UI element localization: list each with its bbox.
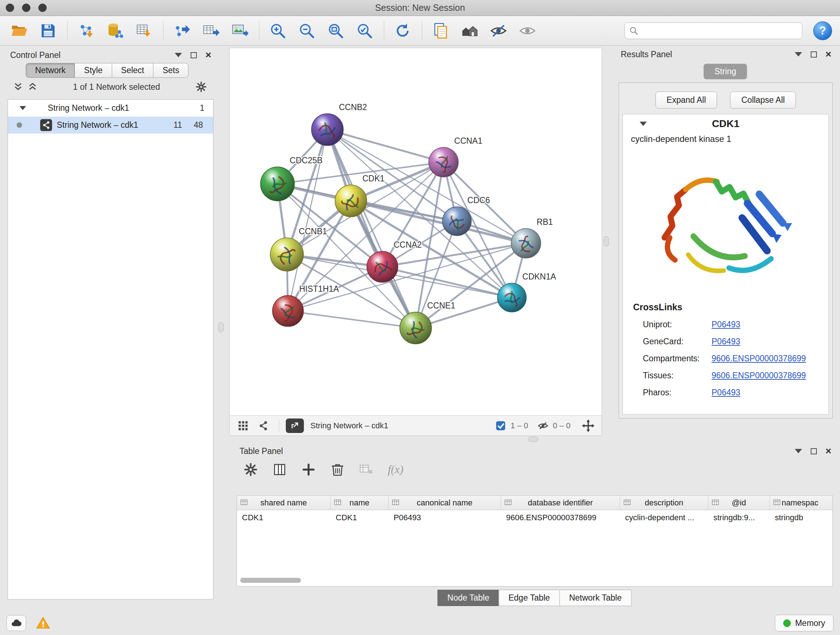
collapse-gene-icon[interactable] [639,122,647,126]
network-node-ccnb1[interactable]: CCNB1 [270,226,327,271]
fit-network-button[interactable] [580,417,597,434]
panel-splitter-handle[interactable] [603,236,609,246]
delete-table-button[interactable] [359,462,374,477]
show-all-button[interactable] [516,19,538,42]
float-panel-icon[interactable] [811,448,817,454]
panel-menu-icon[interactable] [795,449,802,453]
cell-name[interactable]: CDK1 [331,513,388,523]
collapse-all-networks-button[interactable] [11,80,25,94]
zoom-out-button[interactable] [295,19,318,42]
string-results-box: Expand All Collapse All CDK1 cyclin-depe… [619,82,833,418]
network-edge[interactable] [288,311,416,328]
network-node-ccne1[interactable]: CCNE1 [400,301,455,344]
document-copy-icon [432,22,449,40]
network-share-button[interactable] [255,417,272,434]
gene-card-header[interactable]: CDK1 [623,114,829,133]
network-edge[interactable] [327,130,416,328]
float-panel-icon[interactable] [811,51,817,57]
show-columns-button[interactable] [272,462,287,477]
expand-all-networks-button[interactable] [25,80,40,94]
network-options-button[interactable] [193,79,209,95]
collapse-all-button[interactable]: Collapse All [730,92,796,109]
table-settings-button[interactable] [243,462,258,477]
cell-id[interactable]: stringdb:9... [708,513,770,523]
network-node-rb1[interactable]: RB1 [511,217,553,258]
zoom-in-button[interactable] [267,19,289,42]
search-input[interactable] [641,26,798,36]
hidden-eye-icon [538,420,548,431]
tab-sets[interactable]: Sets [153,63,188,78]
panel-menu-icon[interactable] [795,52,802,57]
network-node-ccna1[interactable]: CCNA1 [429,136,482,177]
tab-string[interactable]: String [704,64,747,79]
column-header-database-identifier[interactable]: database identifier [501,496,620,510]
network-canvas[interactable]: CCNB2CCNA1CDC25BCDK1CDC6RB1CCNB1CCNA2CDK… [230,48,602,415]
column-header-id[interactable]: @id [708,496,770,510]
column-header-shared-name[interactable]: shared name [237,496,331,510]
tab-network-table[interactable]: Network Table [559,590,631,606]
save-session-button[interactable] [37,19,59,42]
import-network-from-file-button[interactable] [75,19,97,42]
zoom-selected-button[interactable] [354,19,376,42]
network-row[interactable]: String Network – cdk1 11 48 [8,117,213,134]
crosslink-genecard-link[interactable]: P06493 [712,337,740,347]
control-panel-header: Control Panel × [5,49,215,62]
collection-expand-icon[interactable] [19,106,26,110]
export-network-button[interactable] [171,19,193,42]
network-node-cdk1[interactable]: CDK1 [335,174,385,217]
tab-style[interactable]: Style [75,63,112,78]
export-table-button[interactable] [200,19,222,42]
cloud-status-button[interactable] [6,615,26,631]
float-panel-icon[interactable] [191,52,197,58]
function-builder-button[interactable]: f(x) [388,463,403,476]
cell-canonical-name[interactable]: P06493 [388,513,501,523]
cell-shared-name[interactable]: CDK1 [237,513,331,523]
close-panel-icon[interactable]: × [205,50,211,60]
panel-splitter-handle[interactable] [528,437,538,442]
hide-selected-button[interactable] [487,19,510,42]
home-button[interactable] [458,19,481,42]
cell-description[interactable]: cyclin-dependent ... [620,513,708,523]
help-button[interactable]: ? [813,21,832,40]
tab-select[interactable]: Select [112,63,154,78]
close-panel-icon[interactable]: × [826,446,831,456]
column-header-description[interactable]: description [620,496,708,510]
search-box[interactable] [624,22,802,39]
crosslink-tissues-link[interactable]: 9606.ENSP00000378699 [712,371,806,380]
refresh-button[interactable] [392,19,414,42]
network-node-cdkn1a[interactable]: CDKN1A [497,272,556,312]
create-column-button[interactable] [301,462,316,477]
grid-view-button[interactable] [235,417,251,434]
cell-namespace[interactable]: stringdb [770,513,830,523]
crosslink-compartments-link[interactable]: 9606.ENSP00000378699 [712,354,806,363]
table-tabs: Node Table Edge Table Network Table [438,590,632,606]
column-header-canonical-name[interactable]: canonical name [388,496,501,510]
control-panel-title: Control Panel [10,50,60,60]
network-collection-row[interactable]: String Network – cdk1 1 [8,100,213,117]
open-session-button[interactable] [8,19,30,42]
tab-edge-table[interactable]: Edge Table [499,590,560,606]
column-header-name[interactable]: name [331,496,388,510]
import-network-from-database-button[interactable] [104,19,126,42]
crosslink-uniprot-link[interactable]: P06493 [712,320,740,329]
memory-button[interactable]: Memory [775,615,834,631]
crosslink-pharos-link[interactable]: P06493 [712,388,740,397]
cell-database-identifier[interactable]: 9606.ENSP00000378699 [501,513,620,523]
open-in-new-window-button[interactable] [286,418,304,433]
network-canvas-svg[interactable]: CCNB2CCNA1CDC25BCDK1CDC6RB1CCNB1CCNA2CDK… [230,48,602,415]
tab-node-table[interactable]: Node Table [438,590,499,606]
snapshot-button[interactable] [429,19,452,42]
table-row[interactable]: CDK1 CDK1 P06493 9606.ENSP00000378699 cy… [237,510,832,525]
expand-all-button[interactable]: Expand All [655,92,717,109]
panel-splitter-handle[interactable] [218,322,224,333]
column-header-namespace[interactable]: namespac [770,496,830,510]
import-table-button[interactable] [133,19,155,42]
warnings-button[interactable] [35,616,51,631]
tab-network[interactable]: Network [26,63,75,78]
horizontal-scrollbar[interactable] [240,578,301,583]
panel-menu-icon[interactable] [175,53,182,57]
export-image-button[interactable] [229,19,251,42]
zoom-fit-button[interactable] [325,19,347,42]
close-panel-icon[interactable]: × [826,49,831,59]
delete-column-button[interactable] [330,462,345,477]
